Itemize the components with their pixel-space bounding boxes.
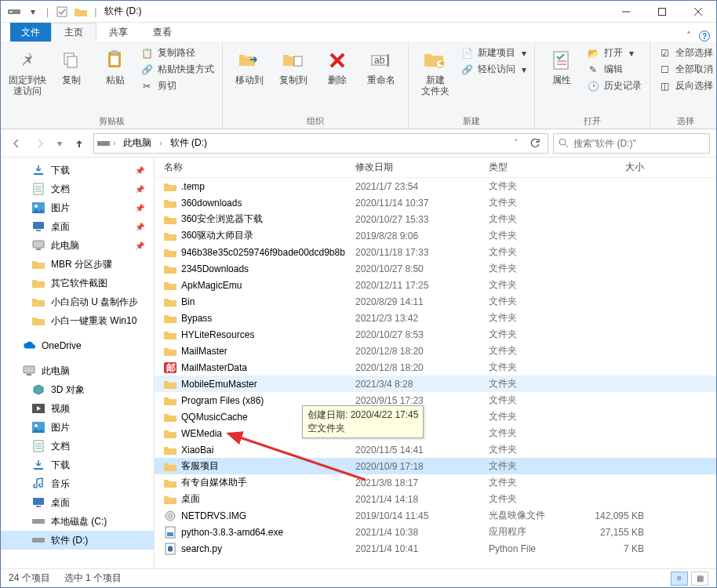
file-row[interactable]: Bin2020/8/29 14:11文件夹 <box>155 293 716 310</box>
nav-item[interactable]: 此电脑 <box>1 361 154 380</box>
file-row[interactable]: HYLiteResources2020/10/27 8:53文件夹 <box>155 326 716 343</box>
tab-home[interactable]: 主页 <box>51 23 96 42</box>
help-icon[interactable]: ? <box>699 31 710 42</box>
open-button[interactable]: 📂打开▾ <box>587 46 642 60</box>
nav-item[interactable]: 桌面📌 <box>1 217 154 236</box>
col-date[interactable]: 修改日期 <box>355 161 489 174</box>
file-type: 文件夹 <box>489 410 566 423</box>
copy-to-button[interactable]: 复制到 <box>275 45 312 85</box>
forward-button[interactable] <box>31 134 49 153</box>
view-icons-button[interactable]: ▦ <box>691 572 708 586</box>
nav-item[interactable]: 文档📌 <box>1 180 154 198</box>
view-details-button[interactable]: ≡ <box>671 572 688 586</box>
file-row[interactable]: 2345Downloads2020/10/27 8:50文件夹 <box>155 260 716 277</box>
qat-dropdown[interactable]: ▾ <box>24 3 42 20</box>
nav-item[interactable]: 3D 对象 <box>1 380 154 399</box>
file-row[interactable]: Bypass2021/2/3 13:42文件夹 <box>155 310 716 326</box>
file-row[interactable]: NETDRVS.IMG2019/10/14 11:45光盘映像文件142,095… <box>155 507 716 524</box>
svg-rect-4 <box>659 8 666 15</box>
close-button[interactable] <box>680 1 716 23</box>
search-input[interactable] <box>573 138 704 149</box>
easy-access-button[interactable]: 🔗轻松访问▾ <box>460 63 526 76</box>
nav-item[interactable]: 小白一键重装 Win10 <box>1 311 154 330</box>
nav-item[interactable]: 图片 <box>1 418 154 437</box>
folder-icon <box>164 411 177 423</box>
nav-item[interactable]: 软件 (D:) <box>1 531 154 550</box>
nav-item[interactable]: 本地磁盘 (C:) <box>1 512 154 531</box>
tab-view[interactable]: 查看 <box>140 23 184 42</box>
file-tab[interactable]: 文件 <box>10 23 51 42</box>
file-row[interactable]: WEMedia2020/8/12 9:17文件夹 <box>155 425 716 441</box>
nav-item[interactable]: 图片📌 <box>1 198 154 217</box>
nav-item[interactable]: 音乐 <box>1 474 154 493</box>
tab-share[interactable]: 共享 <box>96 23 140 42</box>
refresh-button[interactable] <box>526 134 544 153</box>
file-date: 2020/11/5 14:41 <box>355 445 489 456</box>
file-row[interactable]: 邮MailMasterData2020/12/8 18:20文件夹 <box>155 359 716 376</box>
file-row[interactable]: 946b38e35c0259746f9bade00dcd9b8b2020/11/… <box>155 244 716 260</box>
crumb-this-pc[interactable]: 此电脑 <box>118 135 156 151</box>
invert-selection-button[interactable]: ◫反向选择 <box>658 79 713 93</box>
file-row[interactable]: 360安全浏览器下载2020/10/27 15:33文件夹 <box>155 211 716 227</box>
nav-item[interactable]: 下载📌 <box>1 161 154 180</box>
crumb-dropdown[interactable]: ˅ <box>507 134 526 153</box>
file-row[interactable]: python-3.8.3-amd64.exe2021/1/4 10:38应用程序… <box>155 524 716 540</box>
file-row[interactable]: MailMaster2020/12/8 18:20文件夹 <box>155 343 716 359</box>
file-row[interactable]: 360downloads2020/11/14 10:37文件夹 <box>155 194 716 211</box>
file-row[interactable]: QQMusicCache2020/8/12 9:14文件夹 <box>155 408 716 425</box>
col-name[interactable]: 名称 <box>155 161 355 174</box>
history-button[interactable]: 🕑历史记录 <box>587 79 642 93</box>
edit-button[interactable]: ✎编辑 <box>587 63 642 76</box>
new-item-button[interactable]: 📄新建项目▾ <box>460 46 526 60</box>
file-row[interactable]: search.py2021/1/4 10:41Python File7 KB <box>155 540 716 557</box>
file-list[interactable]: 创建日期: 2020/4/22 17:45 空文件夹 .temp2021/1/7… <box>155 178 716 568</box>
file-row[interactable]: ApkMagicEmu2020/12/11 17:25文件夹 <box>155 277 716 293</box>
file-row[interactable]: XiaoBai2020/11/5 14:41文件夹 <box>155 441 716 458</box>
nav-item[interactable]: 视频 <box>1 399 154 418</box>
file-row[interactable]: MobileEmuMaster2021/3/4 8:28文件夹 <box>155 376 716 392</box>
nav-item[interactable]: 小白启动 U 盘制作步 <box>1 292 154 311</box>
select-all-button[interactable]: ☑全部选择 <box>658 46 713 60</box>
file-row[interactable]: 桌面2021/1/4 14:18文件夹 <box>155 491 716 507</box>
recent-button[interactable]: ▾ <box>54 134 65 153</box>
file-type: 文件夹 <box>489 492 566 506</box>
nav-label: 文档 <box>51 183 70 196</box>
file-row[interactable]: .temp2021/1/7 23:54文件夹 <box>155 178 716 194</box>
file-row[interactable]: 360驱动大师目录2019/8/28 9:06文件夹 <box>155 227 716 244</box>
back-button[interactable] <box>7 134 26 153</box>
nav-item[interactable]: OneDrive <box>1 336 154 355</box>
minimize-button[interactable] <box>608 1 644 23</box>
navigation-pane[interactable]: 下载📌文档📌图片📌桌面📌此电脑📌MBR 分区步骤其它软件截图小白启动 U 盘制作… <box>1 158 155 568</box>
nav-item[interactable]: MBR 分区步骤 <box>1 255 154 274</box>
nav-item[interactable]: 此电脑📌 <box>1 236 154 255</box>
file-type: 文件夹 <box>489 245 566 259</box>
properties-button[interactable]: 属性 <box>543 45 581 85</box>
move-to-button[interactable]: 移动到 <box>231 45 268 85</box>
file-row[interactable]: Program Files (x86)2020/9/15 17:23文件夹 <box>155 392 716 408</box>
delete-button[interactable]: 删除 <box>318 45 356 85</box>
nav-item[interactable]: 其它软件截图 <box>1 274 154 292</box>
copy-button[interactable]: 复制 <box>53 45 90 85</box>
maximize-button[interactable] <box>644 1 680 23</box>
search-box[interactable] <box>553 133 710 154</box>
nav-item[interactable]: 文档 <box>1 437 154 456</box>
select-none-button[interactable]: ☐全部取消 <box>658 63 713 76</box>
col-type[interactable]: 类型 <box>489 161 566 174</box>
ribbon-collapse-icon[interactable]: ˄ <box>686 31 691 42</box>
up-button[interactable] <box>70 134 89 153</box>
pin-quickaccess-button[interactable]: 固定到快 速访问 <box>9 45 46 97</box>
qat-checkbox-icon[interactable] <box>53 3 71 20</box>
paste-button[interactable]: 粘贴 <box>96 45 134 85</box>
new-folder-button[interactable]: ✦新建 文件夹 <box>417 45 454 97</box>
crumb-drive[interactable]: 软件 (D:) <box>166 135 212 151</box>
cut-button[interactable]: ✂剪切 <box>140 79 214 93</box>
nav-item[interactable]: 桌面 <box>1 493 154 512</box>
copy-path-button[interactable]: 📋复制路径 <box>140 46 214 60</box>
nav-item[interactable]: 下载 <box>1 456 154 474</box>
file-row[interactable]: 客服项目2020/10/9 17:18文件夹 <box>155 458 716 474</box>
rename-button[interactable]: ab重命名 <box>362 45 400 85</box>
col-size[interactable]: 大小 <box>566 161 660 174</box>
paste-shortcut-button[interactable]: 🔗粘贴快捷方式 <box>140 63 214 76</box>
file-row[interactable]: 有专自媒体助手2021/3/8 18:17文件夹 <box>155 474 716 491</box>
breadcrumb[interactable]: › 此电脑 › 软件 (D:) ˅ <box>93 133 548 154</box>
